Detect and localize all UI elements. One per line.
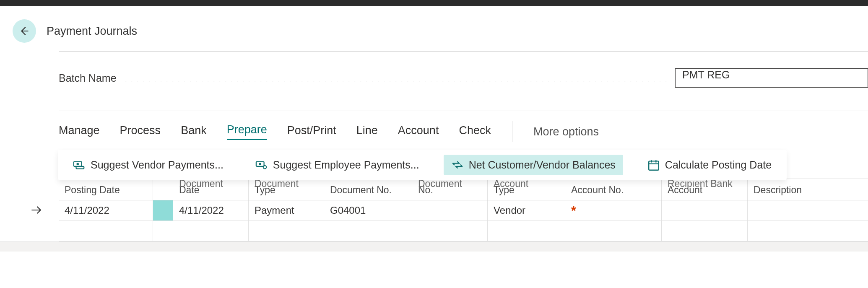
cell-description[interactable] (748, 200, 868, 221)
cell-description[interactable] (748, 221, 868, 241)
money-people-icon (255, 159, 268, 171)
divider (59, 51, 868, 52)
tab-process[interactable]: Process (120, 124, 161, 140)
col-row-indicator (153, 179, 173, 200)
cell-account-no[interactable]: * (565, 200, 662, 221)
row-gutter (0, 221, 59, 241)
cell-external-document-no[interactable] (412, 221, 488, 241)
suggest-employee-label: Suggest Employee Payments... (273, 159, 419, 171)
app-top-bar (0, 0, 868, 6)
cell-document-date[interactable] (173, 221, 249, 241)
col-description-label: Description (754, 184, 802, 196)
tab-divider (512, 121, 512, 142)
tab-check[interactable]: Check (459, 124, 491, 140)
col-external-document-no[interactable]: Document No. (412, 179, 488, 200)
net-balances-label: Net Customer/Vendor Balances (469, 159, 616, 171)
row-selection-indicator[interactable] (153, 221, 173, 241)
cell-document-date[interactable]: 4/11/2022 (173, 200, 249, 221)
cell-account-no[interactable] (565, 221, 662, 241)
row-gutter (0, 179, 59, 200)
col-recipient-bank-account[interactable]: Recipient Bank Account (662, 179, 748, 200)
cell-external-document-no[interactable] (412, 200, 488, 221)
cell-account-type[interactable] (488, 221, 565, 241)
cell-document-no[interactable]: G04001 (324, 200, 412, 221)
transfer-icon (451, 159, 464, 171)
col-description[interactable]: Description (748, 179, 868, 200)
tab-prepare[interactable]: Prepare (227, 123, 267, 140)
svg-point-1 (76, 163, 79, 166)
row-gutter (0, 200, 59, 221)
tab-line[interactable]: Line (356, 124, 378, 140)
tab-manage[interactable]: Manage (59, 124, 100, 140)
table-row[interactable]: 4/11/2022 4/11/2022 Payment G04001 Vendo… (59, 200, 868, 221)
calc-posting-label: Calculate Posting Date (665, 159, 772, 171)
svg-point-4 (259, 163, 261, 166)
col-document-date[interactable]: Document Date (173, 179, 249, 200)
calculate-posting-date-button[interactable]: Calculate Posting Date (640, 155, 779, 175)
grid-header-row: Posting Date Document Date Document Type… (59, 179, 868, 200)
cell-document-type[interactable]: Payment (249, 200, 324, 221)
col-posting-date[interactable]: Posting Date (59, 179, 153, 200)
batch-name-label: Batch Name (59, 72, 117, 84)
more-options[interactable]: More options (533, 125, 599, 138)
required-asterisk-icon: * (571, 203, 576, 218)
batch-name-field: Batch Name PMT REG (59, 68, 868, 88)
col-document-type[interactable]: Document Type (249, 179, 324, 200)
col-account-no-label: Account No. (571, 184, 624, 196)
cell-recipient-bank-account[interactable] (662, 221, 748, 241)
col-posting-date-label: Posting Date (65, 184, 120, 196)
current-row-arrow-icon (31, 205, 42, 216)
suggest-employee-payments-button[interactable]: Suggest Employee Payments... (248, 155, 427, 175)
svg-point-5 (263, 166, 267, 169)
col-document-no[interactable]: Document No. (324, 179, 412, 200)
col-document-no-label: Document No. (330, 184, 392, 196)
action-tabs: Manage Process Bank Prepare Post/Print L… (59, 111, 868, 142)
net-customer-vendor-balances-button[interactable]: Net Customer/Vendor Balances (444, 155, 623, 175)
col-account-no[interactable]: Account No. (565, 179, 662, 200)
svg-rect-2 (76, 166, 84, 169)
cell-document-no[interactable] (324, 221, 412, 241)
cell-recipient-bank-account[interactable] (662, 200, 748, 221)
tab-post-print[interactable]: Post/Print (287, 124, 336, 140)
cell-account-type[interactable]: Vendor (488, 200, 565, 221)
cell-posting-date[interactable]: 4/11/2022 (59, 200, 153, 221)
tab-bank[interactable]: Bank (181, 124, 207, 140)
table-row[interactable] (59, 221, 868, 241)
money-stack-icon (73, 159, 86, 171)
suggest-vendor-label: Suggest Vendor Payments... (91, 159, 223, 171)
grid-footer-area (0, 241, 868, 252)
prepare-toolbar: Suggest Vendor Payments... Suggest Emplo… (58, 150, 787, 180)
calendar-icon (647, 159, 660, 171)
suggest-vendor-payments-button[interactable]: Suggest Vendor Payments... (65, 155, 231, 175)
row-selection-indicator[interactable] (153, 200, 173, 221)
cell-document-type[interactable] (249, 221, 324, 241)
page-title: Payment Journals (47, 25, 137, 38)
cell-posting-date[interactable] (59, 221, 153, 241)
arrow-left-icon (19, 26, 30, 36)
dotted-leader (122, 81, 669, 81)
tab-account[interactable]: Account (398, 124, 439, 140)
svg-rect-6 (649, 161, 659, 170)
back-button[interactable] (13, 19, 36, 43)
col-account-type[interactable]: Account Type (488, 179, 565, 200)
batch-name-input[interactable]: PMT REG (675, 68, 868, 88)
journal-grid: Posting Date Document Date Document Type… (0, 179, 868, 252)
